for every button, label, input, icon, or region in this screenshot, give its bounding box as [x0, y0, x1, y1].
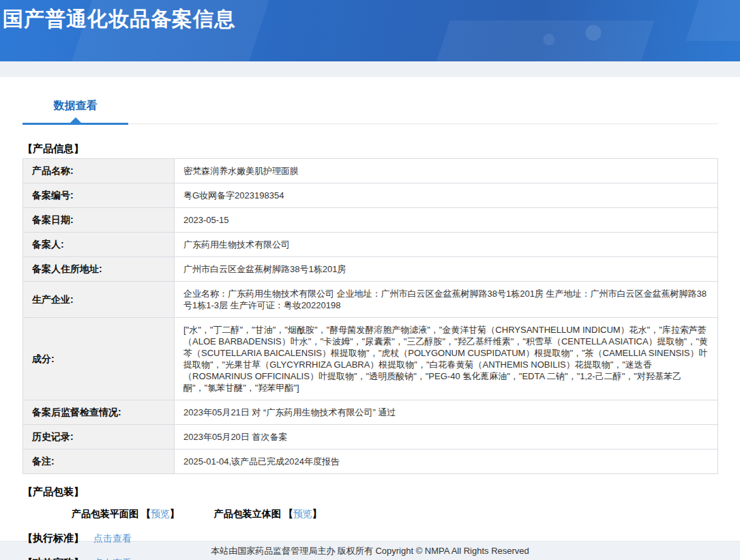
row-value: 广州市白云区金盆蕉树脚路38号1栋201房	[175, 257, 718, 282]
header-spacer-band	[0, 61, 740, 77]
tab-indicator-triangle-icon	[70, 117, 81, 123]
bracket-open: 【	[284, 508, 293, 519]
row-label: 产品名称:	[23, 159, 175, 183]
table-row: 备注: 2025-01-04,该产品已完成2024年度报告	[23, 450, 718, 474]
bracket-close: 】	[170, 508, 179, 519]
row-label: 备案人:	[23, 233, 175, 257]
packaging-section-title: 【产品包装】	[23, 486, 718, 499]
row-label: 备案日期:	[23, 208, 175, 233]
row-label: 成分:	[23, 318, 175, 400]
row-label: 备案编号:	[23, 183, 175, 208]
row-value: ["水"，"丁二醇"，"甘油"，"烟酰胺"，"酵母菌发酵溶胞产物滤液"，"金黄洋…	[175, 318, 718, 400]
tab-bar: 数据查看	[23, 77, 718, 124]
flat-packaging-label: 产品包装平面图	[72, 508, 138, 519]
row-value: 企业名称：广东药用生物技术有限公司 企业地址：广州市白云区金盆蕉树脚路38号1栋…	[175, 282, 718, 318]
row-value: 2023-05-15	[175, 208, 718, 233]
row-label: 备注:	[23, 450, 175, 474]
row-value: 密梵森润养水嫩美肌护理面膜	[175, 159, 718, 183]
bracket-close: 】	[312, 508, 322, 519]
stereo-packaging-label: 产品包装立体图	[214, 508, 281, 519]
copyright-text: 本站由国家药品监督管理局主办 版权所有 Copyright © NMPA All…	[211, 546, 529, 556]
row-value: 粤G妆网备字2023198354	[175, 183, 718, 208]
tab-data-view-label: 数据查看	[54, 100, 98, 111]
table-row: 备案人住所地址: 广州市白云区金盆蕉树脚路38号1栋201房	[23, 257, 718, 282]
bracket-open: 【	[141, 508, 151, 519]
table-row: 历史记录: 2023年05月20日 首次备案	[23, 425, 718, 450]
row-label: 备案人住所地址:	[23, 257, 175, 282]
row-label: 历史记录:	[23, 425, 175, 450]
row-value: 2023年05月20日 首次备案	[175, 425, 718, 450]
banner-decor-shape	[685, 0, 740, 41]
stereo-packaging-preview-link[interactable]: 预览	[293, 508, 312, 519]
row-value: 2025-01-04,该产品已完成2024年度报告	[175, 450, 718, 474]
main-content: 数据查看 【产品信息】 产品名称: 密梵森润养水嫩美肌护理面膜 备案编号: 粤G…	[0, 77, 740, 541]
page-header: 国产普通化妆品备案信息	[0, 0, 740, 61]
product-info-section-title: 【产品信息】	[23, 143, 718, 156]
flat-packaging-preview-link[interactable]: 预览	[151, 508, 170, 519]
product-info-table: 产品名称: 密梵森润养水嫩美肌护理面膜 备案编号: 粤G妆网备字20231983…	[23, 158, 718, 474]
standards-view-link[interactable]: 点击查看	[93, 533, 132, 544]
tab-data-view[interactable]: 数据查看	[23, 99, 128, 123]
packaging-preview-row: 产品包装平面图 【预览】 产品包装立体图 【预览】	[72, 508, 718, 520]
efficacy-section-title: 【功效宣称】	[23, 557, 84, 560]
table-row: 产品名称: 密梵森润养水嫩美肌护理面膜	[23, 159, 718, 183]
efficacy-view-link[interactable]: 点击查看	[93, 557, 132, 560]
table-row: 备案日期: 2023-05-15	[23, 208, 718, 233]
standards-section-title: 【执行标准】	[23, 532, 84, 545]
row-value: 广东药用生物技术有限公司	[175, 233, 718, 257]
row-label: 备案后监督检查情况:	[23, 400, 175, 425]
page-title: 国产普通化妆品备案信息	[3, 5, 235, 33]
table-row: 成分: ["水"，"丁二醇"，"甘油"，"烟酰胺"，"酵母菌发酵溶胞产物滤液"，…	[23, 318, 718, 400]
row-value: 2023年05月21日 对 “广东药用生物技术有限公司” 通过	[175, 400, 718, 425]
table-row: 备案后监督检查情况: 2023年05月21日 对 “广东药用生物技术有限公司” …	[23, 400, 718, 425]
table-row: 备案人: 广东药用生物技术有限公司	[23, 233, 718, 257]
row-label: 生产企业:	[23, 282, 175, 318]
banner-decor-shape	[424, 20, 655, 61]
table-row: 生产企业: 企业名称：广东药用生物技术有限公司 企业地址：广州市白云区金盆蕉树脚…	[23, 282, 718, 318]
table-row: 备案编号: 粤G妆网备字2023198354	[23, 183, 718, 208]
